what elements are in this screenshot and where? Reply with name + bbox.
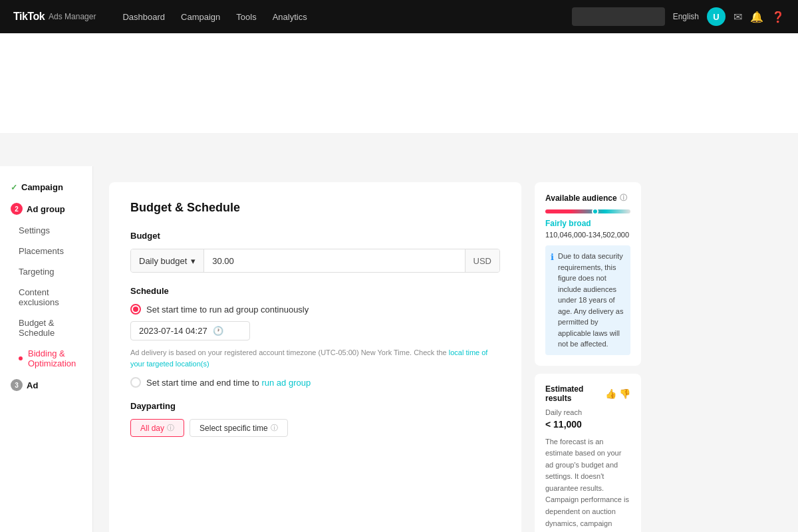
thumbs-up-icon[interactable]: 👍 bbox=[605, 388, 616, 399]
est-results-actions: 👍 👎 bbox=[605, 388, 630, 399]
nav-right: English U ✉ 🔔 ❓ bbox=[572, 7, 785, 26]
daypart-specific-time-button[interactable]: Select specific time ⓘ bbox=[190, 419, 288, 437]
right-panel: Available audience ⓘ Fairly broad 110,04… bbox=[535, 182, 641, 532]
estimated-results-card: Estimated results 👍 👎 Daily reach < 11,0… bbox=[535, 374, 641, 533]
logo: TikTok Ads Manager bbox=[13, 11, 96, 23]
datetime-value: 2023-07-14 04:27 bbox=[139, 326, 207, 336]
audience-info-box: ℹ Due to data security requirements, thi… bbox=[545, 245, 630, 355]
budget-amount-input[interactable] bbox=[204, 256, 464, 266]
radio-end-time[interactable]: Set start time and end time to run ad gr… bbox=[130, 377, 500, 388]
budget-type-select[interactable]: Daily budget ▾ bbox=[131, 249, 204, 272]
schedule-section: Schedule Set start time to run ad group … bbox=[130, 286, 500, 388]
logo-tiktok-text: TikTok bbox=[13, 11, 45, 23]
top-navigation: TikTok Ads Manager Dashboard Campaign To… bbox=[0, 0, 798, 33]
budget-type-text: Daily budget bbox=[139, 256, 187, 266]
sidebar-item-adgroup[interactable]: 2 Ad group bbox=[0, 198, 92, 220]
daily-reach-label: Daily reach bbox=[545, 408, 630, 416]
sidebar-item-ad[interactable]: 3 Ad bbox=[0, 374, 92, 396]
sidebar: ✓ Campaign 2 Ad group Settings Placement… bbox=[0, 166, 93, 532]
nav-analytics[interactable]: Analytics bbox=[273, 12, 307, 22]
form-area: Budget & Schedule Budget Daily budget ▾ … bbox=[109, 182, 521, 532]
budget-row: Daily budget ▾ USD bbox=[130, 249, 500, 273]
budget-currency: USD bbox=[465, 249, 499, 272]
daypart-options: All day ⓘ Select specific time ⓘ bbox=[130, 419, 500, 437]
chevron-down-icon: ▾ bbox=[191, 256, 196, 266]
ad-badge: 3 bbox=[11, 379, 23, 391]
info-circle-icon: ℹ bbox=[551, 251, 554, 350]
sidebar-item-placements[interactable]: Placements bbox=[0, 241, 92, 261]
budget-schedule-label: Budget & Schedule bbox=[19, 318, 82, 338]
audience-title: Available audience ⓘ bbox=[545, 193, 630, 203]
radio-continuous[interactable]: Set start time to run ad group continuou… bbox=[130, 304, 500, 315]
est-note: The forecast is an estimate based on you… bbox=[545, 436, 630, 533]
radio-end-time-circle[interactable] bbox=[130, 377, 141, 388]
radio-continuous-circle[interactable] bbox=[130, 304, 141, 315]
help-icon[interactable]: ❓ bbox=[771, 11, 785, 23]
run-ad-group-link[interactable]: run ad group bbox=[261, 378, 311, 388]
datetime-picker[interactable]: 2023-07-14 04:27 🕐 bbox=[130, 321, 250, 340]
sidebar-adgroup-label: Ad group bbox=[27, 204, 65, 214]
sidebar-item-settings[interactable]: Settings bbox=[0, 220, 92, 241]
specific-info-icon[interactable]: ⓘ bbox=[271, 423, 278, 433]
daily-reach-value: < 11,000 bbox=[545, 419, 630, 430]
audience-bar bbox=[545, 209, 630, 213]
settings-label: Settings bbox=[19, 225, 50, 235]
dayparting-label: Dayparting bbox=[130, 401, 500, 411]
thumbs-down-icon[interactable]: 👎 bbox=[619, 388, 630, 399]
sidebar-item-bidding[interactable]: Bidding & Optimization bbox=[0, 343, 92, 374]
main-content: Budget & Schedule Budget Daily budget ▾ … bbox=[93, 166, 798, 532]
sidebar-item-budget-schedule[interactable]: Budget & Schedule bbox=[0, 313, 92, 343]
audience-range: 110,046,000-134,502,000 bbox=[545, 231, 630, 239]
mail-icon[interactable]: ✉ bbox=[733, 11, 742, 23]
adgroup-badge: 2 bbox=[11, 203, 23, 215]
budget-section-label: Budget bbox=[130, 231, 500, 241]
audience-indicator bbox=[592, 208, 598, 215]
radio-continuous-label: Set start time to run ad group continuou… bbox=[146, 305, 309, 315]
audience-info-text: Due to data security requirements, this … bbox=[558, 251, 625, 350]
allday-info-icon[interactable]: ⓘ bbox=[167, 423, 174, 433]
sidebar-ad-label: Ad bbox=[27, 380, 38, 390]
audience-label: Fairly broad bbox=[545, 219, 630, 228]
avatar[interactable]: U bbox=[707, 7, 726, 26]
language-selector[interactable]: English bbox=[673, 12, 699, 21]
audience-info-icon[interactable]: ⓘ bbox=[620, 193, 627, 203]
available-audience-card: Available audience ⓘ Fairly broad 110,04… bbox=[535, 182, 641, 366]
form-title: Budget & Schedule bbox=[130, 201, 500, 215]
logo-ads-text: Ads Manager bbox=[49, 12, 96, 21]
dayparting-section: Dayparting All day ⓘ Select specific tim… bbox=[130, 401, 500, 437]
sidebar-item-targeting[interactable]: Targeting bbox=[0, 261, 92, 282]
nav-dashboard[interactable]: Dashboard bbox=[122, 12, 165, 22]
clock-icon: 🕐 bbox=[213, 326, 223, 336]
sidebar-item-campaign[interactable]: ✓ Campaign bbox=[0, 177, 92, 198]
schedule-section-label: Schedule bbox=[130, 286, 500, 296]
placements-label: Placements bbox=[19, 246, 64, 256]
main-layout: ✓ Campaign 2 Ad group Settings Placement… bbox=[0, 133, 798, 532]
nav-links: Dashboard Campaign Tools Analytics bbox=[122, 12, 571, 22]
radio-end-time-label: Set start time and end time to run ad gr… bbox=[146, 378, 311, 388]
est-results-title: Estimated results 👍 👎 bbox=[545, 384, 630, 403]
bidding-label: Bidding & Optimization bbox=[28, 348, 82, 368]
search-input[interactable] bbox=[572, 7, 665, 26]
sidebar-campaign-label: Campaign bbox=[21, 182, 63, 192]
sidebar-item-content-exclusions[interactable]: Content exclusions bbox=[0, 282, 92, 313]
active-dot bbox=[19, 356, 23, 360]
bell-icon[interactable]: 🔔 bbox=[750, 11, 763, 23]
nav-campaign[interactable]: Campaign bbox=[181, 12, 220, 22]
daypart-all-day-button[interactable]: All day ⓘ bbox=[130, 419, 184, 437]
timezone-note: Ad delivery is based on your registered … bbox=[130, 347, 500, 369]
content-exclusions-label: Content exclusions bbox=[19, 287, 82, 307]
targeting-label: Targeting bbox=[19, 267, 54, 277]
nav-tools[interactable]: Tools bbox=[236, 12, 256, 22]
check-icon: ✓ bbox=[11, 183, 17, 192]
